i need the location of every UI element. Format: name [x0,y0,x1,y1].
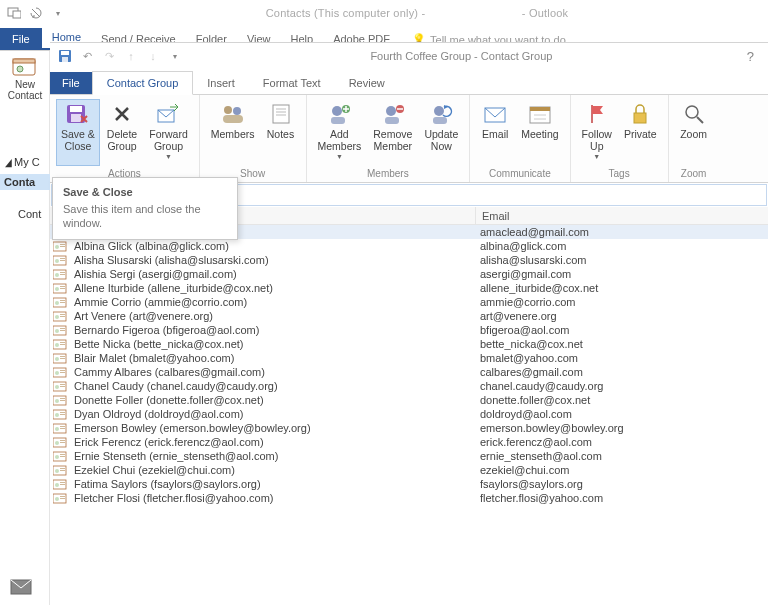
table-row[interactable]: Donette Foller (donette.foller@cox.net)d… [50,393,768,407]
contact-card-icon [50,339,70,350]
table-row[interactable]: Alishia Sergi (asergi@gmail.com)asergi@g… [50,267,768,281]
contact-card-icon [50,381,70,392]
table-row[interactable]: Bernardo Figeroa (bfigeroa@aol.com)bfige… [50,323,768,337]
contact-card-icon [50,451,70,462]
cg-tab-review[interactable]: Review [335,72,399,94]
table-row[interactable]: Albina Glick (albina@glick.com)albina@gl… [50,239,768,253]
member-email: bette_nicka@cox.net [476,338,768,350]
contact-card-icon [50,423,70,434]
table-row[interactable]: Ezekiel Chui (ezekiel@chui.com)ezekiel@c… [50,463,768,477]
cg-window-title: Fourth Coffee Group - Contact Group [182,50,741,62]
new-contact-button[interactable]: New Contact [2,57,48,101]
app-title-right: - Outlook [522,7,568,19]
help-icon[interactable]: ? [741,49,760,64]
member-email: ezekiel@chui.com [476,464,768,476]
remove-member-button[interactable]: Remove Member [368,99,417,166]
qat-dropdown-icon[interactable]: ▾ [50,5,66,21]
svg-rect-93 [60,426,65,427]
svg-point-40 [55,245,59,249]
member-email: asergi@gmail.com [476,268,768,280]
svg-rect-58 [60,302,65,303]
email-button[interactable]: Email [476,99,514,166]
notes-button[interactable]: Notes [262,99,300,166]
nav-contacts-selected[interactable]: Conta [0,174,50,190]
contact-card-icon [50,241,70,252]
table-row[interactable]: Emerson Bowley (emerson.bowley@bowley.or… [50,421,768,435]
undo-icon[interactable]: ↶ [80,49,94,63]
svg-rect-61 [60,314,65,315]
svg-rect-98 [60,442,65,443]
cg-tab-formattext[interactable]: Format Text [249,72,335,94]
svg-rect-8 [62,57,68,62]
qat-icon-2[interactable] [28,5,44,21]
table-row[interactable]: Cammy Albares (calbares@gmail.com)calbar… [50,365,768,379]
meeting-button[interactable]: Meeting [516,99,563,166]
member-email: bfigeroa@aol.com [476,324,768,336]
save-close-button[interactable]: Save & Close [56,99,100,166]
svg-point-44 [55,259,59,263]
save-close-tooltip: Save & Close Save this item and close th… [52,177,238,240]
group-zoom-label: Zoom [675,166,713,182]
qat-dropdown-icon[interactable]: ▾ [168,49,182,63]
contact-card-icon [50,297,70,308]
update-now-button[interactable]: Update Now [419,99,463,166]
group-communicate: Email Meeting Communicate [470,95,570,182]
contact-card-icon [50,269,70,280]
redo-icon[interactable]: ↷ [102,49,116,63]
qat-icon-1[interactable] [6,5,22,21]
tooltip-title: Save & Close [63,186,227,198]
zoom-button[interactable]: Zoom [675,99,713,166]
table-row[interactable]: Fletcher Flosi (fletcher.flosi@yahoo.com… [50,491,768,505]
down-arrow-icon[interactable]: ↓ [146,49,160,63]
svg-point-88 [55,413,59,417]
table-row[interactable]: Erick Ferencz (erick.ferencz@aol.com)eri… [50,435,768,449]
table-row[interactable]: Ernie Stenseth (ernie_stenseth@aol.com)e… [50,449,768,463]
member-name: Ezekiel Chui (ezekiel@chui.com) [70,464,476,476]
meeting-label: Meeting [521,128,558,140]
member-name: Blair Malet (bmalet@yahoo.com) [70,352,476,364]
group-members: Add Members ▼ Remove Member Update Now M… [307,95,471,182]
group-members-label: Members [313,166,464,182]
table-row[interactable]: Chanel Caudy (chanel.caudy@caudy.org)cha… [50,379,768,393]
table-row[interactable]: Bette Nicka (bette_nicka@cox.net)bette_n… [50,337,768,351]
group-tags-label: Tags [577,166,662,182]
main-file-tab[interactable]: File [0,28,42,50]
svg-rect-21 [331,117,345,124]
cg-qat: ↶ ↷ ↑ ↓ ▾ [58,49,182,63]
member-name: Fletcher Flosi (fletcher.flosi@yahoo.com… [70,492,476,504]
followup-button[interactable]: Follow Up ▼ [577,99,617,166]
private-button[interactable]: Private [619,99,662,166]
table-row[interactable]: Dyan Oldroyd (doldroyd@aol.com)doldroyd@… [50,407,768,421]
table-row[interactable]: Alisha Slusarski (alisha@slusarski.com)a… [50,253,768,267]
table-row[interactable]: Allene Iturbide (allene_iturbide@cox.net… [50,281,768,295]
table-row[interactable]: Art Venere (art@venere.org)art@venere.or… [50,309,768,323]
forward-group-button[interactable]: Forward Group ▼ [144,99,193,166]
svg-point-48 [55,273,59,277]
my-contacts-heading[interactable]: ◢My C [4,156,40,169]
app-title: Contacts (This computer only) - - Outloo… [72,7,762,19]
table-row[interactable]: Ammie Corrio (ammie@corrio.com)ammie@cor… [50,295,768,309]
svg-point-14 [233,107,241,115]
cg-tab-insert[interactable]: Insert [193,72,249,94]
svg-rect-33 [634,113,646,123]
delete-group-button[interactable]: Delete Group [102,99,142,166]
up-arrow-icon[interactable]: ↑ [124,49,138,63]
mail-nav-icon[interactable] [10,579,32,595]
member-name: Alisha Slusarski (alisha@slusarski.com) [70,254,476,266]
cg-file-tab[interactable]: File [50,72,92,94]
save-icon[interactable] [58,49,72,63]
svg-point-26 [434,106,444,116]
cg-tab-contactgroup[interactable]: Contact Group [92,71,194,95]
contact-card-icon [50,437,70,448]
table-row[interactable]: Fatima Saylors (fsaylors@saylors.org)fsa… [50,477,768,491]
members-button[interactable]: Members [206,99,260,166]
nav-contacts-sub[interactable]: Cont [18,208,41,220]
table-row[interactable]: Blair Malet (bmalet@yahoo.com)bmalet@yah… [50,351,768,365]
svg-point-60 [55,315,59,319]
col-email-header[interactable]: Email [476,207,768,224]
add-members-button[interactable]: Add Members ▼ [313,99,367,166]
email-icon [482,102,508,126]
svg-point-23 [386,106,396,116]
svg-point-13 [224,106,232,114]
svg-rect-78 [60,372,65,373]
